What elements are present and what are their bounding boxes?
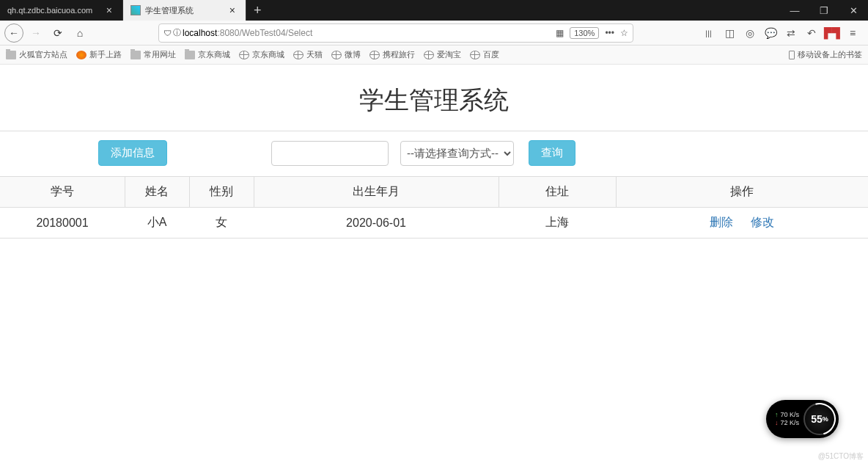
delete-link[interactable]: 删除 — [710, 216, 733, 228]
bookmark-item[interactable]: 百度 — [470, 49, 499, 60]
header-ops: 操作 — [616, 177, 868, 208]
url-text: localhost:8080/WebTest04/Select — [183, 28, 556, 38]
cell-gender: 女 — [189, 208, 254, 239]
back-button[interactable]: ← — [4, 23, 23, 43]
bookmark-item[interactable]: 常用网址 — [130, 49, 176, 60]
header-gender: 性别 — [189, 177, 254, 208]
info-icon: ⓘ — [173, 27, 181, 38]
mobile-bookmarks[interactable]: 移动设备上的书签 — [789, 49, 862, 60]
bookmark-item[interactable]: 火狐官方站点 — [6, 49, 67, 60]
bookmark-item[interactable]: 携程旅行 — [369, 49, 415, 60]
account-icon[interactable]: ◎ — [743, 26, 757, 40]
bookmark-item[interactable]: 京东商城 — [185, 49, 230, 60]
shield-icon: 🛡 — [163, 29, 172, 37]
address-bar[interactable]: 🛡 ⓘ localhost:8080/WebTest04/Select ▦ 13… — [158, 23, 633, 43]
edit-link[interactable]: 修改 — [751, 216, 774, 228]
reload-button[interactable]: ⟳ — [48, 23, 67, 43]
share-icon[interactable]: ⇄ — [784, 26, 798, 40]
more-icon[interactable]: ••• — [605, 28, 614, 38]
add-button[interactable]: 添加信息 — [98, 140, 167, 166]
cell-ops: 删除 修改 — [616, 208, 868, 239]
extensions-icon[interactable]: ▛▜ — [825, 26, 839, 40]
bookmarks-bar: 火狐官方站点 新手上路 常用网址 京东商城 京东商城 天猫 微博 携程旅行 爱淘… — [0, 45, 868, 65]
page-content: 学生管理系统 添加信息 --请选择查询方式-- 查询 学号 姓名 性别 出生年月… — [0, 65, 868, 239]
toolbar-icons: ⫼ ◫ ◎ 💬 ⇄ ↶ ▛▜ ≡ — [702, 26, 864, 40]
bookmark-item[interactable]: 天猫 — [293, 49, 323, 60]
table-header-row: 学号 姓名 性别 出生年月 住址 操作 — [0, 177, 868, 208]
browser-tab-1[interactable]: 学生管理系统 × — [123, 0, 246, 21]
bookmark-item[interactable]: 京东商城 — [239, 49, 284, 60]
page-title: 学生管理系统 — [0, 65, 868, 131]
undo-icon[interactable]: ↶ — [805, 26, 818, 40]
bookmark-item[interactable]: 新手上路 — [76, 49, 122, 60]
browser-tab-0[interactable]: qh.qt.zdbc.baicuoa.com × — [0, 0, 123, 21]
library-icon[interactable]: ⫼ — [702, 26, 716, 40]
menu-icon[interactable]: ≡ — [846, 26, 859, 40]
bookmark-star-icon[interactable]: ☆ — [620, 28, 628, 38]
close-icon[interactable]: × — [227, 4, 238, 16]
header-name: 姓名 — [125, 177, 189, 208]
maximize-button[interactable]: ❐ — [809, 0, 839, 21]
search-input[interactable] — [271, 141, 389, 166]
close-window-button[interactable]: ✕ — [839, 0, 868, 21]
close-icon[interactable]: × — [103, 4, 115, 16]
tab-title: qh.qt.zdbc.baicuoa.com — [7, 6, 92, 15]
home-button[interactable]: ⌂ — [70, 23, 89, 43]
header-addr: 住址 — [499, 177, 616, 208]
browser-tab-bar: qh.qt.zdbc.baicuoa.com × 学生管理系统 × + — ❐ … — [0, 0, 868, 21]
minimize-button[interactable]: — — [780, 0, 809, 21]
forward-button[interactable]: → — [26, 23, 45, 43]
cell-name: 小A — [125, 208, 189, 239]
header-id: 学号 — [0, 177, 125, 208]
search-button[interactable]: 查询 — [529, 140, 575, 166]
bookmark-item[interactable]: 爱淘宝 — [424, 49, 461, 60]
cell-id: 20180001 — [0, 208, 125, 239]
browser-nav-bar: ← → ⟳ ⌂ 🛡 ⓘ localhost:8080/WebTest04/Sel… — [0, 21, 868, 45]
bookmark-item[interactable]: 微博 — [331, 49, 361, 60]
qr-icon[interactable]: ▦ — [556, 28, 564, 38]
window-controls: — ❐ ✕ — [780, 0, 868, 21]
search-mode-select[interactable]: --请选择查询方式-- — [400, 141, 514, 166]
chat-icon[interactable]: 💬 — [764, 26, 777, 40]
header-dob: 出生年月 — [254, 177, 499, 208]
sidebar-icon[interactable]: ◫ — [723, 26, 736, 40]
cell-addr: 上海 — [499, 208, 616, 239]
students-table: 学号 姓名 性别 出生年月 住址 操作 20180001 小A 女 2020-0… — [0, 177, 868, 239]
controls-row: 添加信息 --请选择查询方式-- 查询 — [0, 131, 868, 177]
cell-dob: 2020-06-01 — [254, 208, 499, 239]
new-tab-button[interactable]: + — [246, 3, 269, 18]
tab-title: 学生管理系统 — [145, 5, 194, 16]
favicon-icon — [130, 5, 141, 15]
zoom-level[interactable]: 130% — [570, 27, 599, 39]
table-row: 20180001 小A 女 2020-06-01 上海 删除 修改 — [0, 208, 868, 239]
